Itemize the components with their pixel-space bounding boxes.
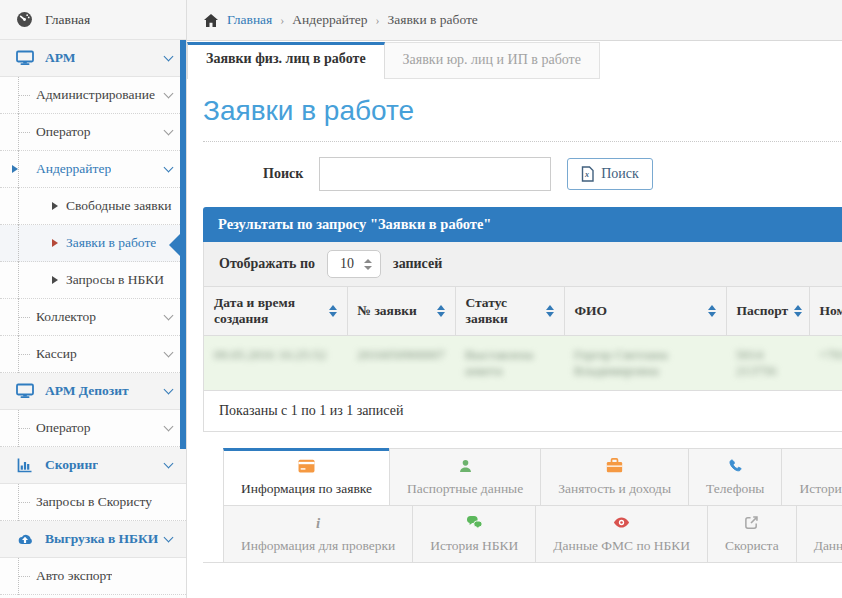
tab-individuals[interactable]: Заявки физ. лиц в работе: [187, 42, 385, 79]
sidebar-item-label: Кассир: [36, 346, 77, 362]
search-input[interactable]: [319, 157, 551, 191]
sidebar-item-home[interactable]: Главная: [0, 0, 186, 40]
breadcrumb-separator: ›: [280, 13, 284, 28]
column-header-passport[interactable]: Паспорт: [726, 287, 809, 336]
sidebar-item-label: Запросы в Скористу: [36, 494, 152, 510]
column-header-fio[interactable]: ФИО: [564, 287, 726, 336]
page-size-select[interactable]: 10: [327, 250, 381, 278]
sidebar-item-label: Скоринг: [45, 457, 98, 473]
breadcrumb-level2: Заявки в работе: [388, 12, 478, 28]
sidebar-item-applications-in-progress[interactable]: Заявки в работе: [0, 225, 186, 262]
external-link-icon: [744, 515, 759, 531]
table-row[interactable]: 09.05.2016 16:25:52 2016050900007 Выстав…: [204, 336, 842, 391]
tree-line: [18, 262, 19, 299]
sidebar-item-cashier[interactable]: Кассир: [0, 336, 186, 373]
caret-right-icon: [52, 202, 58, 210]
cell-status: Выставлена анкета: [455, 336, 564, 391]
tree-dots: [19, 502, 30, 503]
info-icon: i: [316, 515, 320, 531]
tab-passport-data[interactable]: Паспортные данные: [389, 448, 541, 506]
cell-number: 2016050900007: [347, 336, 455, 391]
sidebar-item-label: Андеррайтер: [36, 161, 111, 177]
tab-phones[interactable]: Телефоны: [688, 448, 782, 506]
breadcrumb-level1: Андеррайтер: [292, 12, 367, 28]
caret-right-icon: [52, 239, 58, 247]
monitor-icon: [16, 383, 34, 399]
sort-icon: [437, 305, 445, 317]
person-icon: [458, 458, 473, 474]
cloud-upload-icon: [16, 532, 34, 547]
tree-dots: [19, 132, 30, 133]
chevron-down-icon: [164, 310, 174, 320]
column-header-status[interactable]: Статус заявки: [455, 287, 564, 336]
sidebar-accent-bar: [180, 40, 186, 449]
sidebar-item-nbki-upload[interactable]: Выгрузка в НБКИ: [0, 521, 186, 558]
chevron-down-icon: [164, 532, 174, 542]
sort-icon: [708, 305, 716, 317]
sidebar-item-underwriter[interactable]: Андеррайтер: [0, 151, 186, 188]
home-icon: [203, 13, 219, 28]
tab-scorista[interactable]: Скориста: [707, 505, 797, 563]
excel-file-icon: x: [581, 166, 594, 182]
detail-tabs-row2: i Информация для проверки История НБКИ Д…: [224, 505, 842, 563]
sidebar-item-auto-export[interactable]: Авто экспорт: [0, 558, 186, 595]
sidebar-item-collector[interactable]: Коллектор: [0, 299, 186, 336]
breadcrumb-home-link[interactable]: Главная: [227, 12, 272, 28]
tree-dots: [19, 576, 30, 577]
cell-date: 09.05.2016 16:25:52: [204, 336, 347, 391]
sidebar-item-operator[interactable]: Оператор: [0, 114, 186, 151]
spinner-arrows-icon: [364, 259, 372, 270]
tab-employment-income[interactable]: Занятость и доходы: [540, 448, 689, 506]
column-header-number[interactable]: № заявки: [347, 287, 455, 336]
page-size-value: 10: [340, 256, 354, 272]
tab-fms-nbki-data[interactable]: Данные ФМС по НБКИ: [535, 505, 708, 563]
tab-application-info[interactable]: Информация по заявке: [223, 448, 390, 506]
chevron-down-icon: [164, 347, 174, 357]
sidebar-item-operator-deposit[interactable]: Оператор: [0, 410, 186, 447]
sidebar-item-administration[interactable]: Администрирование: [0, 77, 186, 114]
results-body: Отображать по 10 записей Дата и время: [203, 242, 842, 432]
tree-line: [18, 151, 19, 188]
tab-legal-entities[interactable]: Заявки юр. лиц и ИП в работе: [385, 42, 600, 79]
sidebar-item-label: Коллектор: [36, 309, 96, 325]
sidebar-item-label: Запросы в НБКИ: [66, 272, 164, 288]
caret-right-icon: [12, 165, 18, 173]
chevron-down-icon: [164, 421, 174, 431]
sidebar-item-arm[interactable]: АРМ: [0, 40, 186, 77]
chevron-down-icon: [164, 88, 174, 98]
page-size-control: Отображать по 10 записей: [204, 242, 842, 286]
cell-phone: +791: [809, 336, 842, 391]
sidebar-item-scorista-requests[interactable]: Запросы в Скористу: [0, 484, 186, 521]
breadcrumb: Главная › Андеррайтер › Заявки в работе: [187, 0, 842, 41]
page-size-prefix: Отображать по: [219, 256, 315, 272]
detail-tabs-row1: Информация по заявке Паспортные данные З…: [224, 448, 842, 506]
sidebar: Главная АРМ Администрирование Оператор А…: [0, 0, 187, 598]
tree-dots: [19, 95, 30, 96]
results-panel: Результаты по запросу "Заявки в работе" …: [203, 207, 842, 432]
monitor-icon: [16, 50, 34, 66]
sidebar-item-label: Главная: [45, 12, 90, 28]
sidebar-item-free-applications[interactable]: Свободные заявки: [0, 188, 186, 225]
sort-icon: [329, 305, 337, 317]
sidebar-item-scoring[interactable]: Скоринг: [0, 447, 186, 484]
column-header-date[interactable]: Дата и время создания: [204, 287, 347, 336]
caret-right-icon: [52, 276, 58, 284]
sidebar-item-label: АРМ Депозит: [45, 383, 129, 399]
sidebar-item-label: Оператор: [36, 124, 91, 140]
detail-tabs: Информация по заявке Паспортные данные З…: [203, 448, 842, 563]
search-button[interactable]: x Поиск: [567, 158, 653, 190]
sidebar-item-arm-deposit[interactable]: АРМ Депозит: [0, 373, 186, 410]
tab-nbki-history[interactable]: История НБКИ: [412, 505, 536, 563]
chevron-down-icon: [164, 458, 174, 468]
column-header-phone[interactable]: Номер телефона: [809, 287, 842, 336]
sidebar-item-nbki-requests[interactable]: Запросы в НБКИ: [0, 262, 186, 299]
tab-verification-info[interactable]: i Информация для проверки: [223, 505, 413, 563]
sort-icon: [546, 305, 554, 317]
chevron-down-icon: [164, 384, 174, 394]
results-table: Дата и время создания № заявки Статус за…: [204, 286, 842, 391]
tab-fssp-data[interactable]: Данные ФССП: [796, 505, 842, 563]
sidebar-item-label: Администрирование: [36, 87, 155, 103]
tab-client-history[interactable]: История клиентов: [781, 448, 842, 506]
active-item-arrow: [169, 234, 180, 256]
svg-text:x: x: [584, 170, 589, 179]
